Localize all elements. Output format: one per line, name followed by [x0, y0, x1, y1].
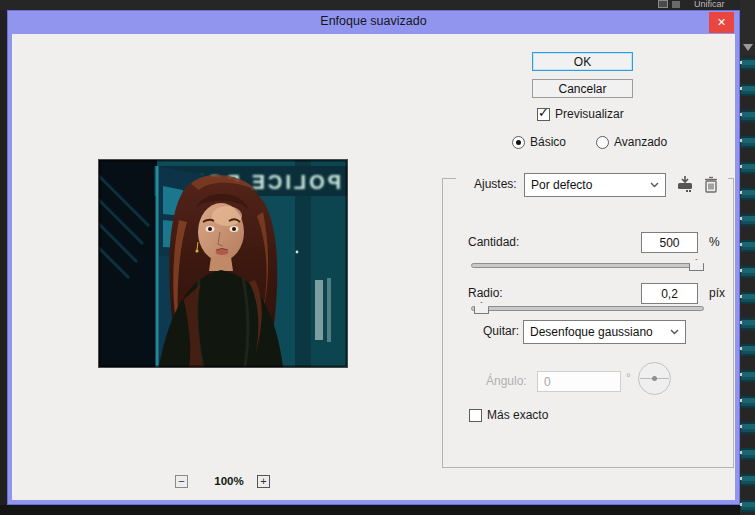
zoom-in-button[interactable]: + — [257, 475, 270, 488]
basic-radio[interactable] — [512, 136, 525, 149]
settings-label: Ajustes: — [474, 177, 517, 191]
zoom-level: 100% — [201, 475, 257, 487]
amount-label: Cantidad: — [468, 235, 519, 249]
amount-input[interactable] — [641, 232, 698, 253]
close-button[interactable]: ✕ — [709, 12, 734, 33]
amount-slider-thumb[interactable] — [689, 259, 704, 271]
amount-unit: % — [709, 235, 720, 249]
basic-radio-label[interactable]: Básico — [530, 135, 566, 149]
remove-label: Quitar: — [483, 324, 519, 338]
app-canvas-bottom — [0, 505, 755, 515]
chevron-down-icon — [670, 329, 679, 335]
toolbar-icon — [672, 1, 680, 8]
plus-icon: + — [260, 476, 266, 487]
amount-slider-track[interactable] — [471, 263, 704, 268]
angle-label: Ángulo: — [486, 374, 527, 388]
delete-preset-icon[interactable] — [700, 173, 722, 195]
radius-slider[interactable] — [471, 301, 704, 315]
more-accurate-checkbox[interactable] — [469, 409, 482, 422]
history-thumbnails[interactable] — [741, 55, 755, 515]
history-labels — [740, 55, 742, 515]
amount-slider[interactable] — [471, 258, 704, 272]
angle-dial — [638, 362, 671, 395]
save-preset-icon[interactable] — [674, 173, 696, 195]
angle-dial-dot — [652, 376, 657, 381]
panel-collapse-icon[interactable] — [743, 44, 753, 51]
settings-dropdown[interactable]: Por defecto — [524, 173, 666, 197]
cancel-button[interactable]: Cancelar — [532, 79, 633, 98]
toolbar-icon — [658, 0, 668, 8]
smart-sharpen-dialog: Enfoque suavizado ✕ OK Cancelar ✓ Previs… — [7, 10, 740, 505]
angle-input — [537, 371, 621, 392]
ok-button[interactable]: OK — [532, 52, 633, 71]
chevron-down-icon — [650, 182, 659, 188]
zoom-out-button[interactable]: − — [175, 475, 188, 488]
preview-image[interactable]: POLICE BOX — [98, 159, 348, 368]
dialog-title: Enfoque suavizado — [8, 14, 739, 28]
preview-checkbox-label[interactable]: Previsualizar — [555, 107, 624, 121]
dialog-content: OK Cancelar ✓ Previsualizar Básico Avanz… — [12, 34, 735, 500]
app-toolbar-strip: Unificar ⊜ — [0, 0, 755, 10]
radius-slider-track[interactable] — [471, 306, 704, 311]
minus-icon: − — [178, 476, 184, 487]
remove-dropdown-value: Desenfoque gaussiano — [530, 325, 666, 339]
preview-checkbox[interactable]: ✓ — [537, 108, 550, 121]
radius-slider-thumb[interactable] — [474, 302, 489, 314]
radius-unit: píx — [709, 286, 725, 300]
close-icon: ✕ — [717, 16, 726, 29]
settings-dropdown-value: Por defecto — [531, 178, 646, 192]
app-canvas-left — [0, 0, 7, 515]
angle-unit: ° — [626, 371, 631, 385]
toolbar-label: Unificar — [694, 0, 725, 9]
radius-label: Radio: — [468, 286, 503, 300]
more-accurate-label[interactable]: Más exacto — [487, 408, 548, 422]
remove-dropdown[interactable]: Desenfoque gaussiano — [523, 320, 686, 344]
history-panel — [740, 0, 755, 515]
dialog-titlebar[interactable]: Enfoque suavizado ✕ — [8, 11, 739, 34]
advanced-radio[interactable] — [596, 136, 609, 149]
advanced-radio-label[interactable]: Avanzado — [614, 135, 667, 149]
check-icon: ✓ — [538, 108, 549, 118]
